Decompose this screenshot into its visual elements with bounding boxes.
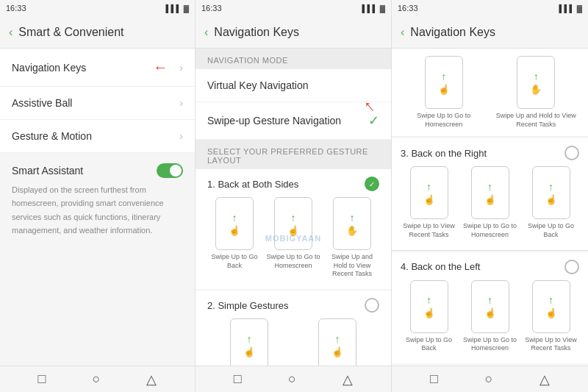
bottom-nav-mid: □ ○ △ <box>196 366 391 392</box>
status-time-right: 16:33 <box>398 4 418 13</box>
right-gesture-section: 3. Back on the Right ↑ ☝ Swipe Up to Vie… <box>392 137 588 366</box>
smart-assistant-desc: Displayed on the screen furthest from ho… <box>12 185 164 235</box>
phone-img-3-3: ↑ ☝ <box>532 166 570 219</box>
phone-label-3-2: Swipe Up to Go to Homescreen <box>462 222 518 239</box>
phone-label-1-1: Swipe Up to Go Back <box>207 253 262 270</box>
swipe-4-2: ↑ ☝ <box>484 294 496 318</box>
arrow-up-2-1: ↑ <box>247 333 252 345</box>
battery-icon: ▓ <box>184 4 189 13</box>
top-phone-1: ↑ ☝ Swipe Up to Go to Homescreen <box>401 56 487 129</box>
status-icons-right: ▌▌▌ ▓ <box>559 4 582 13</box>
smart-assistant-title: Smart Assistant <box>12 165 83 177</box>
swipe-3-1: ↑ ☝ <box>423 181 435 205</box>
phone-label-4-3: Swipe Up to View Recent Tasks <box>523 336 579 353</box>
swipe-4-1: ↑ ☝ <box>423 294 435 318</box>
finger-1-1: ☝ <box>229 225 240 236</box>
right-panel: 16:33 ▌▌▌ ▓ ‹ Navigation Keys ↑ ☝ Swipe … <box>392 0 588 392</box>
top-swipe-1: ↑ ☝ <box>438 71 450 95</box>
gesture-option-3-title: 3. Back on the Right <box>401 148 487 159</box>
top-swipe-2: ↑ ✋ <box>530 71 542 95</box>
gesture-option-3-radio[interactable] <box>564 146 579 160</box>
back-button-right[interactable]: ‹ <box>401 26 404 39</box>
phone-img-2-1: ↑ ☝ <box>230 318 268 366</box>
top-phone-2: ↑ ✋ Swipe Up and Hold to View Recent Tas… <box>493 56 580 129</box>
phones-row-3: ↑ ☝ Swipe Up to View Recent Tasks ↑ ☝ Sw… <box>401 166 579 239</box>
gesture-option-4-header: 4. Back on the Left <box>401 260 579 274</box>
gesture-option-1[interactable]: 1. Back at Both Sides ✓ MOBIGYAAN ↑ ☝ <box>196 169 391 289</box>
bottom-nav-left: □ ○ △ <box>0 366 195 392</box>
gesture-option-2-radio[interactable] <box>365 298 379 313</box>
swipe-up-nav-option[interactable]: Swipe-up Gesture Navigation ✓ <box>196 102 391 140</box>
gesture-option-4-title: 4. Back on the Left <box>401 261 480 272</box>
phone-img-2-2: ↑ ☝ <box>318 318 356 366</box>
circle-icon[interactable]: ○ <box>92 371 100 387</box>
finger-2-2: ☝ <box>331 346 343 357</box>
phone-label-3-3: Swipe Up to Go Back <box>523 222 579 239</box>
gesture-option-1-title: 1. Back at Both Sides <box>207 179 298 190</box>
swipe-icon-1-3: ↑ ✋ <box>346 212 358 236</box>
swipe-icon-1-2: ↑ ☝ <box>287 212 299 236</box>
status-icons-mid: ▌▌▌ ▓ <box>362 4 385 13</box>
phone-label-4-1: Swipe Up to Go Back <box>401 336 457 353</box>
finger-1-2: ☝ <box>287 225 299 236</box>
menu-item-label-assistive: Assistive Ball <box>12 97 72 109</box>
top-phone-label-1: Swipe Up to Go to Homescreen <box>401 112 487 129</box>
top-phones-row: ↑ ☝ Swipe Up to Go to Homescreen ↑ ✋ Swi… <box>392 49 588 137</box>
divider-right <box>392 250 588 251</box>
menu-item-gesture-motion[interactable]: Gesture & Motion › <box>0 120 195 153</box>
gesture-option-4-radio[interactable] <box>564 260 579 274</box>
phones-row-2: ↑ ☝ ↑ ☝ <box>207 318 379 366</box>
phone-img-3-2: ↑ ☝ <box>471 166 509 219</box>
triangle-icon[interactable]: △ <box>146 371 157 388</box>
gesture-option-2[interactable]: 2. Simple Gestures ↑ ☝ ↑ <box>196 291 391 366</box>
radio-check-1: ✓ <box>369 180 375 188</box>
assistive-arrow: › <box>179 97 183 109</box>
swipe-4-3: ↑ ☝ <box>545 294 557 318</box>
gesture-layout-label: SELECT YOUR PREFERRED GESTURE LAYOUT <box>196 140 391 169</box>
red-annotation-arrow: ← <box>153 59 168 76</box>
triangle-icon-mid[interactable]: △ <box>343 371 353 388</box>
menu-item-navigation-keys[interactable]: Navigation Keys ← › <box>0 49 195 87</box>
phone-wrap-3-2: ↑ ☝ Swipe Up to Go to Homescreen <box>462 166 518 239</box>
status-bar-mid: 16:33 ▌▌▌ ▓ <box>196 0 391 16</box>
phone-wrap-1-3: ↑ ✋ Swipe Up and Hold to View Recent Tas… <box>325 197 379 279</box>
smart-assistant-section: Smart Assistant Displayed on the screen … <box>0 153 195 247</box>
square-icon[interactable]: □ <box>38 371 46 387</box>
header-right: ‹ Navigation Keys <box>392 16 588 49</box>
top-phone-img-2: ↑ ✋ <box>517 56 555 109</box>
page-title-mid: Navigation Keys <box>214 26 299 39</box>
smart-assistant-toggle[interactable] <box>157 163 183 178</box>
phone-img-1-2: ↑ ☝ <box>274 197 312 250</box>
back-button-left[interactable]: ‹ <box>9 26 12 39</box>
left-panel: 16:33 ▌▌▌ ▓ ‹ Smart & Convenient Navigat… <box>0 0 196 392</box>
virtual-key-nav-label: Virtual Key Navigation <box>207 79 308 91</box>
swipe-icon-1-1: ↑ ☝ <box>229 212 240 236</box>
square-icon-mid[interactable]: □ <box>234 371 242 387</box>
circle-icon-mid[interactable]: ○ <box>288 371 296 387</box>
finger-1-3: ✋ <box>346 225 358 236</box>
phone-label-1-3: Swipe Up and Hold to View Recent Tasks <box>325 253 379 279</box>
gesture-option-4[interactable]: 4. Back on the Left ↑ ☝ Swipe Up to Go B… <box>392 252 588 363</box>
phone-wrap-3-3: ↑ ☝ Swipe Up to Go Back <box>523 166 579 239</box>
gesture-option-3[interactable]: 3. Back on the Right ↑ ☝ Swipe Up to Vie… <box>392 138 588 249</box>
menu-item-label-nav-keys: Navigation Keys <box>12 62 86 74</box>
gesture-option-1-header: 1. Back at Both Sides ✓ <box>207 177 379 191</box>
nav-keys-arrow: › <box>179 62 183 74</box>
phone-img-3-1: ↑ ☝ <box>410 166 448 219</box>
gesture-option-2-title: 2. Simple Gestures <box>207 300 289 311</box>
phone-label-3-1: Swipe Up to View Recent Tasks <box>401 222 457 239</box>
phone-img-1-1: ↑ ☝ <box>215 197 254 250</box>
status-time-left: 16:33 <box>6 4 26 13</box>
phones-row-4: ↑ ☝ Swipe Up to Go Back ↑ ☝ Swipe Up to … <box>401 280 579 353</box>
back-button-mid[interactable]: ‹ <box>204 26 208 39</box>
gesture-option-1-radio[interactable]: ✓ <box>365 177 379 191</box>
triangle-icon-right[interactable]: △ <box>539 371 550 388</box>
phone-wrap-2-1: ↑ ☝ <box>207 318 291 366</box>
square-icon-right[interactable]: □ <box>430 371 438 387</box>
phone-img-4-1: ↑ ☝ <box>410 280 448 333</box>
phone-wrap-2-2: ↑ ☝ <box>295 318 379 366</box>
circle-icon-right[interactable]: ○ <box>485 371 493 387</box>
top-phone-img-1: ↑ ☝ <box>425 56 463 109</box>
menu-item-assistive-ball[interactable]: Assistive Ball › <box>0 87 195 120</box>
gesture-option-3-header: 3. Back on the Right <box>401 146 579 160</box>
